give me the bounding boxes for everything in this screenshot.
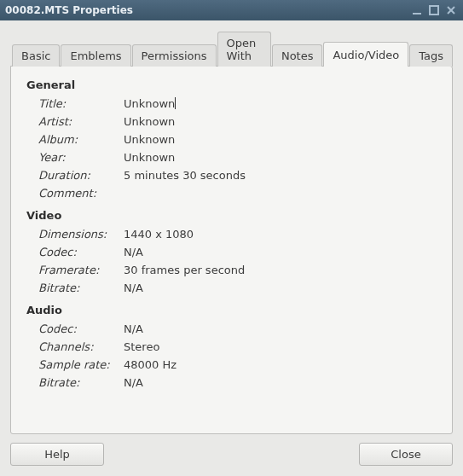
- value-channels: Stereo: [124, 338, 177, 356]
- properties-window: 00082.MTS Properties Basic Emblems Permi…: [0, 0, 463, 476]
- tab-open-with[interactable]: Open With: [217, 32, 271, 67]
- value-year: Unknown: [124, 148, 246, 166]
- tab-notes[interactable]: Notes: [272, 44, 323, 67]
- close-button[interactable]: Close: [359, 443, 453, 466]
- row-comment: Comment:: [38, 184, 246, 202]
- section-header-general: General: [26, 78, 437, 91]
- value-album: Unknown: [124, 131, 246, 148]
- maximize-icon[interactable]: [427, 3, 441, 17]
- svg-rect-0: [413, 13, 421, 15]
- label-dimensions: Dimensions:: [38, 225, 124, 243]
- row-artist: Artist: Unknown: [38, 113, 246, 131]
- row-year: Year: Unknown: [38, 148, 246, 166]
- row-video-codec: Codec: N/A: [38, 243, 245, 261]
- dialog-button-row: Help Close: [10, 434, 453, 466]
- video-properties: Dimensions: 1440 x 1080 Codec: N/A Frame…: [38, 225, 245, 297]
- value-artist: Unknown: [124, 113, 246, 131]
- value-audio-codec: N/A: [124, 320, 177, 338]
- row-title: Title: Unknown: [38, 95, 246, 113]
- row-dimensions: Dimensions: 1440 x 1080: [38, 225, 245, 243]
- row-audio-codec: Codec: N/A: [38, 320, 177, 338]
- label-duration: Duration:: [38, 166, 124, 184]
- label-sample-rate: Sample rate:: [38, 356, 124, 374]
- tab-page-audio-video: General Title: Unknown Artist: Unknown A…: [10, 66, 453, 434]
- value-audio-bitrate: N/A: [124, 374, 177, 392]
- label-channels: Channels:: [38, 338, 124, 356]
- value-title: Unknown: [124, 95, 246, 113]
- label-album: Album:: [38, 131, 124, 148]
- label-video-codec: Codec:: [38, 243, 124, 261]
- row-framerate: Framerate: 30 frames per second: [38, 261, 245, 279]
- section-header-audio: Audio: [26, 304, 437, 316]
- title-bar: 00082.MTS Properties: [0, 0, 463, 20]
- section-header-video: Video: [26, 209, 437, 222]
- window-controls: [410, 3, 458, 17]
- label-comment: Comment:: [38, 184, 124, 202]
- value-sample-rate: 48000 Hz: [124, 356, 177, 374]
- row-album: Album: Unknown: [38, 131, 246, 148]
- tab-tags[interactable]: Tags: [409, 44, 453, 67]
- row-audio-bitrate: Bitrate: N/A: [38, 374, 177, 392]
- label-audio-codec: Codec:: [38, 320, 124, 338]
- label-audio-bitrate: Bitrate:: [38, 374, 124, 392]
- row-channels: Channels: Stereo: [38, 338, 177, 356]
- client-area: Basic Emblems Permissions Open With Note…: [0, 20, 463, 476]
- label-video-bitrate: Bitrate:: [38, 279, 124, 297]
- audio-properties: Codec: N/A Channels: Stereo Sample rate:…: [38, 320, 177, 392]
- label-year: Year:: [38, 148, 124, 166]
- value-video-bitrate: N/A: [124, 279, 245, 297]
- tab-basic[interactable]: Basic: [12, 44, 60, 67]
- label-title: Title:: [38, 95, 124, 113]
- svg-rect-1: [430, 6, 438, 15]
- help-button[interactable]: Help: [10, 443, 104, 466]
- value-dimensions: 1440 x 1080: [124, 225, 245, 243]
- label-artist: Artist:: [38, 113, 124, 131]
- value-video-codec: N/A: [124, 243, 245, 261]
- close-icon[interactable]: [444, 3, 458, 17]
- value-comment: [124, 184, 246, 202]
- value-duration: 5 minutes 30 seconds: [124, 166, 246, 184]
- value-title-text: Unknown: [124, 97, 175, 110]
- tab-strip: Basic Emblems Permissions Open With Note…: [10, 31, 453, 66]
- label-framerate: Framerate:: [38, 261, 124, 279]
- tab-permissions[interactable]: Permissions: [132, 44, 217, 67]
- tab-audio-video[interactable]: Audio/Video: [323, 42, 408, 67]
- row-duration: Duration: 5 minutes 30 seconds: [38, 166, 246, 184]
- text-cursor: [175, 97, 176, 109]
- minimize-icon[interactable]: [410, 3, 424, 17]
- row-sample-rate: Sample rate: 48000 Hz: [38, 356, 177, 374]
- row-video-bitrate: Bitrate: N/A: [38, 279, 245, 297]
- value-framerate: 30 frames per second: [124, 261, 245, 279]
- tab-emblems[interactable]: Emblems: [61, 44, 130, 67]
- window-title: 00082.MTS Properties: [5, 4, 410, 16]
- general-properties: Title: Unknown Artist: Unknown Album: Un…: [38, 95, 246, 202]
